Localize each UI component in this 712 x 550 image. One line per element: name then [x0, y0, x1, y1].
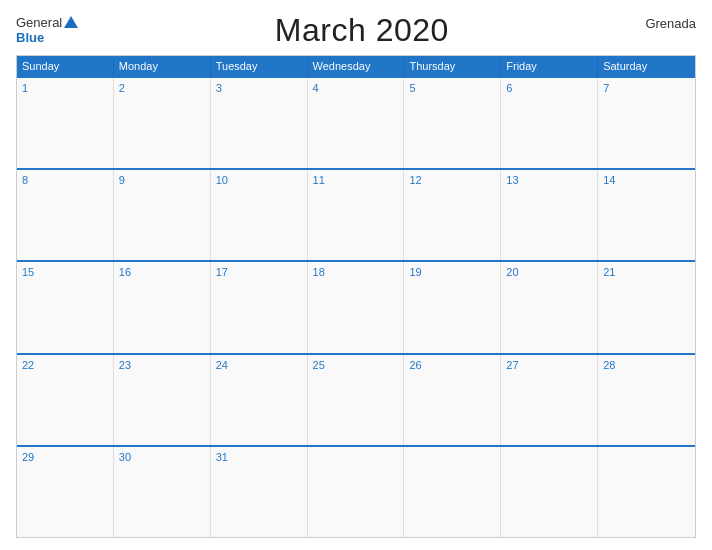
day-header-monday: Monday [114, 56, 211, 76]
week-row-1: 1234567 [17, 76, 695, 168]
day-number: 29 [22, 451, 34, 463]
day-cell-31: 31 [211, 447, 308, 537]
country-name: Grenada [645, 16, 696, 31]
day-cell-21: 21 [598, 262, 695, 352]
day-cell-empty-4-4 [404, 447, 501, 537]
day-cell-19: 19 [404, 262, 501, 352]
day-cell-2: 2 [114, 78, 211, 168]
day-number: 5 [409, 82, 415, 94]
day-cell-5: 5 [404, 78, 501, 168]
day-cell-25: 25 [308, 355, 405, 445]
day-cell-15: 15 [17, 262, 114, 352]
day-number: 13 [506, 174, 518, 186]
day-number: 12 [409, 174, 421, 186]
day-cell-16: 16 [114, 262, 211, 352]
day-cell-24: 24 [211, 355, 308, 445]
day-number: 22 [22, 359, 34, 371]
calendar-header: General Blue March 2020 Grenada [16, 12, 696, 49]
day-cell-1: 1 [17, 78, 114, 168]
day-number: 11 [313, 174, 325, 186]
day-cell-7: 7 [598, 78, 695, 168]
weeks-container: 1234567891011121314151617181920212223242… [17, 76, 695, 537]
day-cell-22: 22 [17, 355, 114, 445]
day-number: 27 [506, 359, 518, 371]
day-number: 28 [603, 359, 615, 371]
calendar-grid: SundayMondayTuesdayWednesdayThursdayFrid… [16, 55, 696, 538]
week-row-5: 293031 [17, 445, 695, 537]
logo-triangle-icon [64, 16, 78, 28]
day-cell-6: 6 [501, 78, 598, 168]
day-number: 20 [506, 266, 518, 278]
day-number: 8 [22, 174, 28, 186]
day-header-saturday: Saturday [598, 56, 695, 76]
day-cell-13: 13 [501, 170, 598, 260]
day-header-thursday: Thursday [404, 56, 501, 76]
day-number: 17 [216, 266, 228, 278]
day-number: 14 [603, 174, 615, 186]
day-number: 21 [603, 266, 615, 278]
day-number: 3 [216, 82, 222, 94]
day-number: 31 [216, 451, 228, 463]
day-number: 25 [313, 359, 325, 371]
day-cell-empty-4-3 [308, 447, 405, 537]
day-cell-23: 23 [114, 355, 211, 445]
day-number: 9 [119, 174, 125, 186]
logo-general-text: General [16, 16, 62, 30]
day-cell-9: 9 [114, 170, 211, 260]
day-cell-3: 3 [211, 78, 308, 168]
day-cell-10: 10 [211, 170, 308, 260]
logo: General Blue [16, 16, 78, 45]
day-number: 19 [409, 266, 421, 278]
day-number: 4 [313, 82, 319, 94]
day-cell-empty-4-5 [501, 447, 598, 537]
day-number: 15 [22, 266, 34, 278]
day-number: 24 [216, 359, 228, 371]
day-cell-18: 18 [308, 262, 405, 352]
day-cell-11: 11 [308, 170, 405, 260]
day-headers-row: SundayMondayTuesdayWednesdayThursdayFrid… [17, 56, 695, 76]
day-header-sunday: Sunday [17, 56, 114, 76]
day-number: 16 [119, 266, 131, 278]
logo-general-line: General [16, 16, 78, 30]
day-header-friday: Friday [501, 56, 598, 76]
week-row-4: 22232425262728 [17, 353, 695, 445]
day-cell-29: 29 [17, 447, 114, 537]
day-cell-20: 20 [501, 262, 598, 352]
day-cell-17: 17 [211, 262, 308, 352]
day-number: 26 [409, 359, 421, 371]
calendar-wrapper: General Blue March 2020 Grenada SundayMo… [0, 0, 712, 550]
day-number: 6 [506, 82, 512, 94]
day-cell-28: 28 [598, 355, 695, 445]
day-cell-12: 12 [404, 170, 501, 260]
day-cell-30: 30 [114, 447, 211, 537]
day-number: 7 [603, 82, 609, 94]
logo-blue-text: Blue [16, 31, 78, 45]
day-number: 30 [119, 451, 131, 463]
week-row-2: 891011121314 [17, 168, 695, 260]
day-cell-26: 26 [404, 355, 501, 445]
day-number: 10 [216, 174, 228, 186]
day-number: 2 [119, 82, 125, 94]
week-row-3: 15161718192021 [17, 260, 695, 352]
day-number: 1 [22, 82, 28, 94]
day-cell-27: 27 [501, 355, 598, 445]
day-cell-4: 4 [308, 78, 405, 168]
day-header-tuesday: Tuesday [211, 56, 308, 76]
day-cell-8: 8 [17, 170, 114, 260]
day-cell-14: 14 [598, 170, 695, 260]
day-number: 18 [313, 266, 325, 278]
day-cell-empty-4-6 [598, 447, 695, 537]
calendar-title: March 2020 [275, 12, 449, 49]
day-number: 23 [119, 359, 131, 371]
day-header-wednesday: Wednesday [308, 56, 405, 76]
